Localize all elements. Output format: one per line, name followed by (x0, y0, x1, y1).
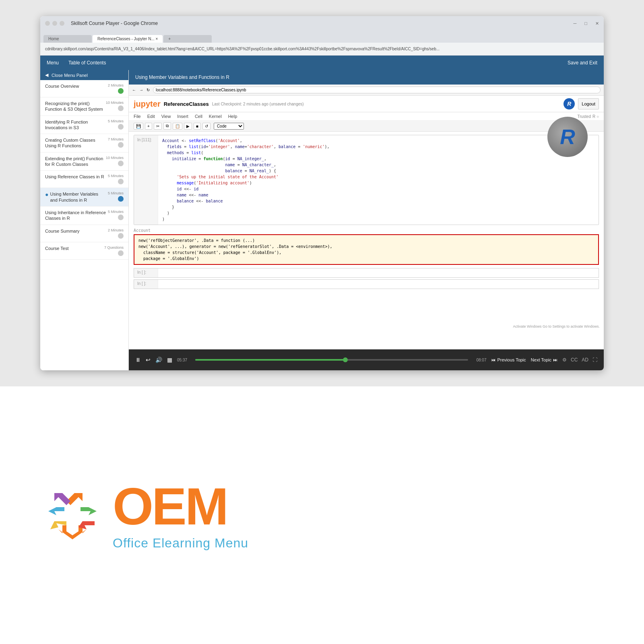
sidebar-item-8-meta: 2 Minutes (108, 228, 124, 232)
next-topic-button[interactable]: Next Topic ⏭ (531, 357, 557, 362)
toolbar-interrupt[interactable]: ■ (194, 123, 201, 130)
sidebar-item-2[interactable]: Identifying R Function Invocations in S3… (40, 116, 128, 134)
sidebar-item-2-meta: 5 Minutes (108, 119, 124, 123)
tab-new-label: + (168, 37, 171, 41)
tab-home[interactable]: Home (43, 35, 92, 43)
os-close-icon[interactable]: ✕ (595, 21, 599, 26)
empty-cell-2-prompt: In [ ]: (134, 280, 158, 289)
browser-tab-bar: Home ReferenceClasses - Jupyter N... × + (40, 31, 604, 43)
toolbar-restart[interactable]: ↺ (202, 123, 211, 130)
sidebar-item-7-meta: 5 Minutes (108, 210, 124, 214)
sidebar-item-2-text: Identifying R Function Invocations in S3 (45, 119, 106, 131)
jupyter-forward-icon[interactable]: → (139, 88, 143, 92)
oem-text-block: OEM Office Elearning Menu (113, 480, 248, 551)
progress-bar[interactable] (195, 359, 468, 361)
oem-arrows-svg (40, 489, 105, 541)
oem-letters: OEM (113, 480, 248, 533)
empty-cell-1: In [ ]: (134, 268, 599, 278)
toc-label[interactable]: Table of Contents (68, 60, 106, 66)
address-text[interactable]: cdnlibrary.skillport.com/asp/Content/ra/… (45, 47, 599, 51)
browser-minimize-btn[interactable] (45, 21, 50, 26)
cell-account-label: Account (134, 228, 599, 233)
time-current: 05:37 (177, 358, 187, 362)
tab-reference-classes[interactable]: ReferenceClasses - Jupyter N... × (93, 35, 163, 43)
os-window-buttons: ─ □ ✕ (574, 21, 599, 26)
toolbar-paste[interactable]: 📋 (173, 123, 182, 130)
vc-settings-icon[interactable]: ⚙ (562, 357, 567, 363)
r-logo-letter: R (560, 125, 575, 149)
browser-close-btn[interactable] (60, 21, 64, 26)
sidebar-item-9[interactable]: Course Test 7 Questions (40, 242, 128, 260)
menu-file[interactable]: File (134, 114, 141, 119)
output-cell-highlighted: new('refObjectGenerator', .Data = functi… (134, 234, 599, 265)
logout-button[interactable]: Logout (578, 98, 599, 109)
vc-ad-button[interactable]: AD (582, 357, 588, 363)
sidebar-item-3[interactable]: Creating Custom Classes Using R Function… (40, 134, 128, 153)
menu-view[interactable]: View (161, 114, 171, 119)
browser-maximize-btn[interactable] (52, 21, 57, 26)
menu-help[interactable]: Help (228, 114, 237, 119)
empty-cell-2-body[interactable] (158, 280, 599, 289)
menu-insert[interactable]: Insert (177, 114, 188, 119)
cell-1-input: In [111]: Account <- setRefClass('Accoun… (134, 135, 599, 225)
vc-fullscreen-button[interactable]: ⛶ (592, 357, 597, 363)
tab-new[interactable]: + (163, 35, 212, 43)
skillsoft-navbar: Menu Table of Contents Save and Exit (40, 56, 604, 70)
content-area: Using Member Variables and Functions in … (129, 70, 604, 370)
volume-button[interactable]: 🔊 (155, 357, 162, 363)
play-pause-button[interactable]: ⏸ (135, 357, 141, 363)
jupyter-area: ← → ↻ localhost:8888/notebooks/Reference… (129, 85, 604, 349)
jupyter-right-controls: R Logout (564, 98, 599, 109)
close-panel-bar[interactable]: ◀ Close Menu Panel (40, 70, 128, 80)
sidebar-item-6-indicator (118, 196, 124, 202)
video-controls: ⏸ ↩ 🔊 ▦ 05:37 08:07 ⏮ Previous Topic (129, 349, 604, 370)
sidebar-item-4[interactable]: Extending the print() Function for R Cus… (40, 153, 128, 171)
jupyter-address[interactable]: localhost:8888/notebooks/ReferenceClasse… (153, 87, 601, 93)
sidebar-item-7-text: Using Inheritance in Reference Classes i… (45, 210, 106, 221)
address-bar: cdnlibrary.skillport.com/asp/Content/ra/… (40, 43, 604, 56)
sidebar-item-9-indicator (118, 250, 124, 256)
menu-label[interactable]: Menu (47, 60, 59, 66)
menu-cell[interactable]: Cell (195, 114, 202, 119)
sidebar-item-1[interactable]: Recognizing the print() Function & S3 Ob… (40, 97, 128, 116)
sidebar-item-0-meta: 2 Minutes (108, 83, 124, 87)
sidebar-item-7[interactable]: Using Inheritance in Reference Classes i… (40, 206, 128, 225)
svg-marker-3 (48, 507, 64, 515)
sidebar-item-4-meta: 10 Minutes (106, 156, 124, 160)
jupyter-header: jupyter ReferenceClasses Last Checkpoint… (129, 96, 604, 112)
cell-type-select[interactable]: Code Markdown (214, 123, 244, 130)
jupyter-back-icon[interactable]: ← (132, 88, 136, 92)
rewind-button[interactable]: ↩ (146, 357, 151, 363)
vc-cc-button[interactable]: CC (571, 357, 578, 363)
jupyter-toolbar: 💾 + ✂ ⧉ 📋 ▶ ■ ↺ Code Markdown (129, 121, 604, 132)
menu-kernel[interactable]: Kernel (209, 114, 222, 119)
sidebar-item-0-indicator (118, 88, 124, 94)
empty-cell-1-body[interactable] (158, 268, 599, 277)
toolbar-copy[interactable]: ⧉ (163, 122, 171, 130)
os-minimize-icon[interactable]: ─ (574, 21, 577, 26)
sidebar-item-5-indicator (118, 179, 124, 184)
output-text: new('refObjectGenerator', .Data = functi… (138, 238, 332, 261)
menu-edit[interactable]: Edit (147, 114, 155, 119)
sidebar-item-0[interactable]: Course Overview 2 Minutes (40, 80, 128, 97)
cell-1-code[interactable]: Account <- setRefClass('Account', fields… (158, 135, 599, 225)
toolbar-run[interactable]: ▶ (184, 123, 192, 130)
sidebar-item-9-meta: 7 Questions (104, 246, 124, 250)
prev-topic-button[interactable]: ⏮ Previous Topic (491, 357, 526, 362)
os-maximize-icon[interactable]: □ (584, 21, 587, 26)
branding-section: OEM Office Elearning Menu (0, 386, 644, 644)
browser-window: Skillsoft Course Player - Google Chrome … (40, 16, 604, 370)
content-header: Using Member Variables and Functions in … (129, 70, 604, 85)
save-exit-button[interactable]: Save and Exit (568, 60, 597, 66)
empty-cell-2: In [ ]: (134, 279, 599, 289)
empty-cell-1-prompt: In [ ]: (134, 268, 158, 277)
jupyter-reload-icon[interactable]: ↻ (147, 88, 150, 92)
sidebar-item-6[interactable]: ● Using Member Variables and Functions i… (40, 188, 128, 206)
sidebar-item-8[interactable]: Course Summary 2 Minutes (40, 225, 128, 242)
sidebar-item-5[interactable]: Using Reference Classes in R 5 Minutes (40, 171, 128, 188)
captions-button[interactable]: ▦ (167, 357, 172, 363)
toolbar-add-cell[interactable]: + (145, 123, 152, 130)
toolbar-cut[interactable]: ✂ (154, 123, 162, 130)
current-lesson-title: Using Member Variables and Functions in … (135, 74, 229, 80)
toolbar-save[interactable]: 💾 (134, 123, 143, 130)
